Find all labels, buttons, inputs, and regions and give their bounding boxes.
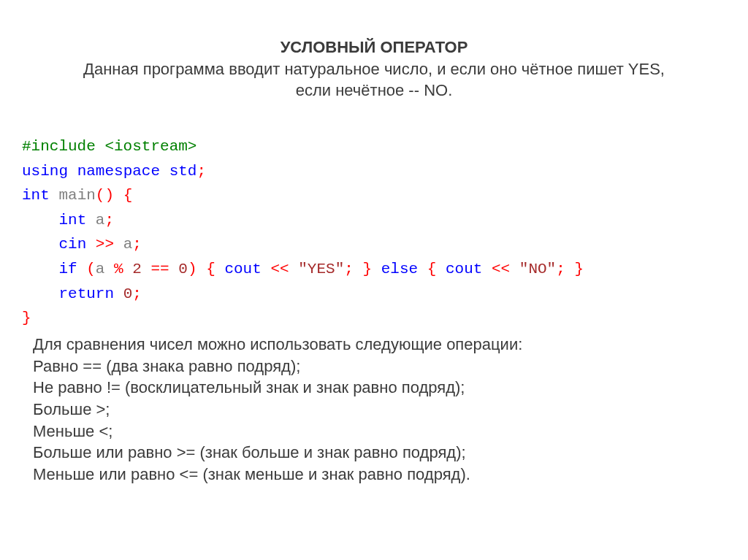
punct-oparen: ( (86, 261, 96, 277)
punct-semi-3: ; (132, 236, 142, 253)
punct-cbrace-3: } (574, 261, 584, 277)
footer-line-0: Для сравнения чисел можно использовать с… (33, 334, 748, 356)
punct-parens: () (96, 187, 114, 204)
punct-obrace-3: { (427, 261, 437, 277)
kw-return: return (58, 285, 114, 302)
punct-semi-2: ; (104, 212, 114, 229)
ident-a-3: a (96, 261, 105, 277)
op-shl: << (270, 261, 289, 277)
str-no: "NO" (519, 261, 556, 277)
op-shr: >> (96, 236, 114, 253)
op-shl-2: << (492, 261, 510, 277)
ident-a: a (96, 212, 105, 229)
op-mod: % (114, 261, 123, 277)
punct-cbrace-main: } (22, 310, 31, 326)
ident-a-2: a (123, 236, 133, 253)
page-title: УСЛОВНЫЙ ОПЕРАТОР (0, 37, 748, 58)
kw-int: int (22, 187, 50, 204)
punct-semi: ; (196, 163, 206, 180)
subtitle-line-1: Данная программа вводит натуральное числ… (0, 58, 748, 80)
punct-semi-4: ; (344, 261, 354, 277)
kw-using: using (22, 163, 68, 180)
ident-std: std (169, 163, 197, 180)
num-0b: 0 (123, 285, 133, 302)
kw-namespace: namespace (77, 163, 160, 180)
punct-obrace-2: { (206, 261, 215, 277)
kw-int-2: int (58, 212, 86, 229)
footer-line-1: Равно == (два знака равно подряд); (33, 356, 748, 377)
code-include: #include <iostream> (22, 138, 196, 155)
footer-line-2: Не равно != (восклицательный знак и знак… (33, 377, 748, 399)
punct-semi-6: ; (132, 285, 142, 302)
punct-cbrace-2: } (362, 261, 372, 277)
footer-line-3: Больше >; (33, 399, 748, 421)
footer-line-5: Больше или равно >= (знак больше и знак … (33, 442, 748, 464)
ident-main: main (58, 187, 95, 204)
footer-block: Для сравнения чисел можно использовать с… (33, 334, 748, 486)
kw-if: if (58, 261, 77, 277)
subtitle-line-2: если нечётное -- NO. (0, 80, 748, 101)
footer-line-4: Меньше <; (33, 421, 748, 442)
num-2: 2 (132, 261, 142, 277)
punct-cparen: ) (188, 261, 197, 277)
punct-obrace: { (123, 187, 133, 204)
ident-cout-2: cout (446, 261, 482, 277)
heading-block: УСЛОВНЫЙ ОПЕРАТОР Данная программа вводи… (0, 37, 748, 101)
num-0: 0 (178, 261, 188, 277)
str-yes: "YES" (298, 261, 344, 277)
ident-cout: cout (224, 261, 261, 277)
kw-else: else (381, 261, 418, 277)
punct-semi-5: ; (556, 261, 565, 277)
ident-cin: cin (58, 236, 86, 253)
footer-line-6: Меньше или равно <= (знак меньше и знак … (33, 464, 748, 486)
op-eqeq: == (151, 261, 169, 277)
code-block: #include <iostream> using namespace std;… (22, 134, 748, 331)
